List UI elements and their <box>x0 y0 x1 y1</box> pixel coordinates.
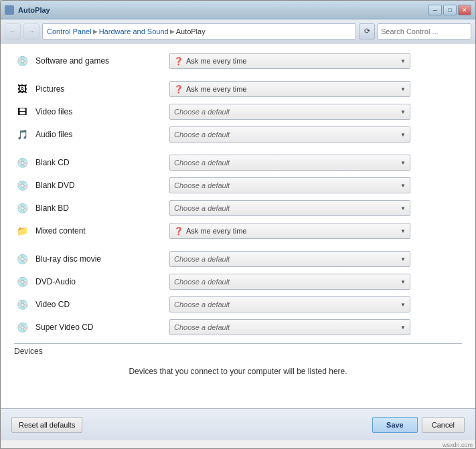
dropdown-question-icon-mixed: ❓ <box>174 226 183 236</box>
dropdown-arrow-blank-dvd: ▼ <box>400 183 406 189</box>
dropdown-blank-dvd[interactable]: Choose a default ▼ <box>169 177 410 193</box>
scroll-container[interactable]: 💿 Software and games ❓ Ask me every time… <box>1 43 475 408</box>
dropdown-blank-cd[interactable]: Choose a default ▼ <box>169 155 410 171</box>
label-pictures: Pictures <box>35 84 169 94</box>
title-bar: AutoPlay ─ □ ✕ <box>1 1 475 19</box>
dropdown-arrow-dvd-audio: ▼ <box>400 279 406 285</box>
icon-video-files: 🎞 <box>14 104 30 120</box>
title-buttons: ─ □ ✕ <box>428 5 471 15</box>
search-box[interactable] <box>378 23 471 39</box>
icon-video-cd: 💿 <box>14 296 30 312</box>
dropdown-question-icon: ❓ <box>174 56 183 66</box>
icon-blank-bd: 💿 <box>14 200 30 216</box>
label-video-files: Video files <box>35 107 169 116</box>
breadcrumb-autoplay: AutoPlay <box>176 27 206 35</box>
devices-info-text: Devices that you connect to your compute… <box>14 367 462 376</box>
icon-bluray: 💿 <box>14 251 30 267</box>
row-audio-files: 🎵 Audio files Choose a default ▼ <box>14 125 462 144</box>
label-blank-bd: Blank BD <box>35 203 169 213</box>
devices-label: Devices <box>14 343 462 356</box>
row-blank-dvd: 💿 Blank DVD Choose a default ▼ <box>14 176 462 195</box>
bottom-bar: Reset all defaults Save Cancel <box>1 408 475 440</box>
devices-section: Devices Devices that you connect to your… <box>14 343 462 376</box>
dropdown-software-games[interactable]: ❓ Ask me every time ▼ <box>169 53 410 69</box>
action-buttons: Save Cancel <box>372 417 465 433</box>
dropdown-value-blank-bd: Choose a default <box>174 204 400 212</box>
dropdown-value-blank-cd: Choose a default <box>174 159 400 167</box>
breadcrumb-sep1: ▶ <box>93 28 98 35</box>
dropdown-bluray[interactable]: Choose a default ▼ <box>169 251 410 267</box>
label-software-games: Software and games <box>35 56 169 66</box>
dropdown-mixed-content[interactable]: ❓ Ask me every time ▼ <box>169 223 410 239</box>
maximize-button[interactable]: □ <box>443 5 457 15</box>
row-bluray: 💿 Blu-ray disc movie Choose a default ▼ <box>14 250 462 268</box>
search-input[interactable] <box>381 27 473 35</box>
breadcrumb-sep2: ▶ <box>170 28 175 35</box>
window-icon <box>5 5 14 15</box>
dropdown-arrow-video-files: ▼ <box>400 109 406 115</box>
reset-defaults-button[interactable]: Reset all defaults <box>11 417 82 433</box>
dropdown-arrow-software-games: ▼ <box>400 58 406 64</box>
title-bar-left: AutoPlay <box>5 5 50 15</box>
back-button[interactable]: ← <box>5 23 21 39</box>
row-super-video-cd: 💿 Super Video CD Choose a default ▼ <box>14 318 462 337</box>
dropdown-value-super-video-cd: Choose a default <box>174 323 400 331</box>
dropdown-video-cd[interactable]: Choose a default ▼ <box>169 296 410 312</box>
content-area: 💿 Software and games ❓ Ask me every time… <box>1 43 475 408</box>
breadcrumb[interactable]: Control Panel ▶ Hardware and Sound ▶ Aut… <box>42 23 356 39</box>
row-video-files: 🎞 Video files Choose a default ▼ <box>14 102 462 121</box>
icon-software-games: 💿 <box>14 53 30 69</box>
dropdown-value-dvd-audio: Choose a default <box>174 278 400 286</box>
dropdown-arrow-audio-files: ▼ <box>400 132 406 138</box>
row-video-cd: 💿 Video CD Choose a default ▼ <box>14 295 462 314</box>
dropdown-audio-files[interactable]: Choose a default ▼ <box>169 126 410 143</box>
label-audio-files: Audio files <box>35 130 169 139</box>
row-software-games: 💿 Software and games ❓ Ask me every time… <box>14 52 462 70</box>
minimize-button[interactable]: ─ <box>428 5 442 15</box>
save-button[interactable]: Save <box>372 417 418 433</box>
dropdown-value-blank-dvd: Choose a default <box>174 181 400 189</box>
dropdown-value-video-cd: Choose a default <box>174 300 400 308</box>
refresh-button[interactable]: ⟳ <box>359 23 375 39</box>
dropdown-pictures[interactable]: ❓ Ask me every time ▼ <box>169 81 410 97</box>
dropdown-arrow-bluray: ▼ <box>400 256 406 262</box>
icon-audio-files: 🎵 <box>14 126 30 143</box>
dropdown-arrow-super-video-cd: ▼ <box>400 325 406 331</box>
row-dvd-audio: 💿 DVD-Audio Choose a default ▼ <box>14 272 462 291</box>
dropdown-value-mixed-content: Ask me every time <box>186 227 400 235</box>
breadcrumb-control-panel[interactable]: Control Panel <box>47 27 92 35</box>
icon-mixed-content: 📁 <box>14 223 30 239</box>
label-dvd-audio: DVD-Audio <box>35 277 169 286</box>
label-video-cd: Video CD <box>35 300 169 309</box>
label-mixed-content: Mixed content <box>35 226 169 236</box>
close-button[interactable]: ✕ <box>458 5 471 15</box>
main-window: AutoPlay ─ □ ✕ ← → Control Panel ▶ Hardw… <box>0 0 476 449</box>
label-bluray: Blu-ray disc movie <box>35 254 169 264</box>
dropdown-arrow-pictures: ▼ <box>400 86 406 92</box>
cancel-button[interactable]: Cancel <box>422 417 465 433</box>
label-blank-cd: Blank CD <box>35 158 169 167</box>
label-blank-dvd: Blank DVD <box>35 181 169 190</box>
window-title: AutoPlay <box>18 6 50 14</box>
dropdown-super-video-cd[interactable]: Choose a default ▼ <box>169 319 410 335</box>
dropdown-question-icon-pictures: ❓ <box>174 84 183 94</box>
row-blank-cd: 💿 Blank CD Choose a default ▼ <box>14 153 462 172</box>
dropdown-dvd-audio[interactable]: Choose a default ▼ <box>169 274 410 290</box>
dropdown-arrow-blank-cd: ▼ <box>400 160 406 166</box>
watermark: wsxdn.com <box>1 440 475 448</box>
icon-pictures: 🖼 <box>14 81 30 97</box>
forward-button[interactable]: → <box>23 23 39 39</box>
dropdown-value-pictures: Ask me every time <box>186 85 400 93</box>
dropdown-blank-bd[interactable]: Choose a default ▼ <box>169 200 410 216</box>
icon-super-video-cd: 💿 <box>14 319 30 335</box>
dropdown-value-bluray: Choose a default <box>174 255 400 263</box>
breadcrumb-hardware-sound[interactable]: Hardware and Sound <box>99 27 169 35</box>
icon-blank-dvd: 💿 <box>14 177 30 193</box>
dropdown-value-audio-files: Choose a default <box>174 130 400 139</box>
dropdown-video-files[interactable]: Choose a default ▼ <box>169 104 410 120</box>
address-bar: ← → Control Panel ▶ Hardware and Sound ▶… <box>1 19 475 43</box>
dropdown-arrow-blank-bd: ▼ <box>400 205 406 211</box>
icon-blank-cd: 💿 <box>14 155 30 171</box>
row-mixed-content: 📁 Mixed content ❓ Ask me every time ▼ <box>14 221 462 240</box>
dropdown-arrow-video-cd: ▼ <box>400 302 406 308</box>
